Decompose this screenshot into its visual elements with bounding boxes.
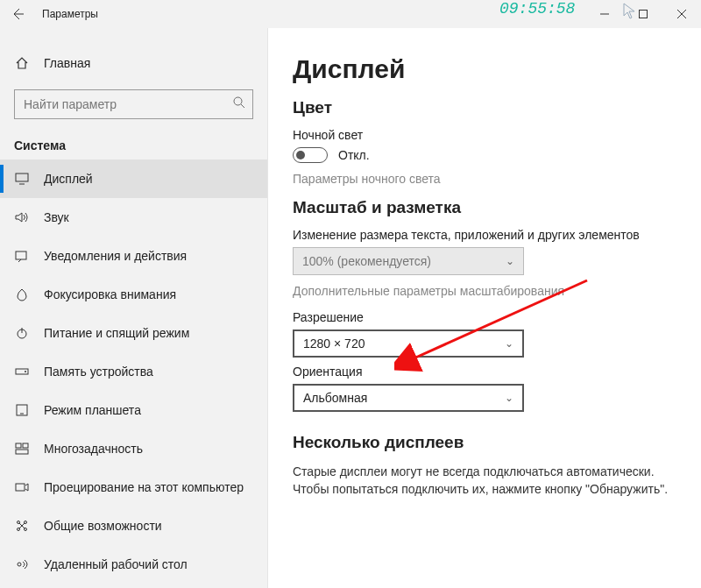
sidebar-item-notifications[interactable]: Уведомления и действия xyxy=(0,237,267,275)
back-button[interactable] xyxy=(0,0,35,28)
sidebar-item-label: Режим планшета xyxy=(44,403,141,417)
svg-rect-6 xyxy=(16,174,28,181)
sidebar-item-label: Память устройства xyxy=(44,365,153,379)
home-button[interactable]: Главная xyxy=(0,44,267,82)
close-button[interactable] xyxy=(662,0,701,28)
tablet-icon xyxy=(14,404,30,416)
storage-icon xyxy=(14,366,30,377)
focus-icon xyxy=(14,287,30,301)
home-icon xyxy=(14,56,30,70)
search-icon xyxy=(232,96,246,110)
chevron-down-icon: ⌄ xyxy=(506,255,514,267)
sidebar-item-label: Дисплей xyxy=(44,172,93,186)
svg-rect-17 xyxy=(16,450,28,454)
section-multiple-displays: Несколько дисплеев xyxy=(293,433,676,452)
power-icon xyxy=(14,326,30,340)
home-label: Главная xyxy=(44,56,90,70)
shared-icon xyxy=(14,519,30,533)
sidebar-item-remote[interactable]: Удаленный рабочий стол xyxy=(0,545,267,584)
svg-rect-1 xyxy=(640,11,648,18)
svg-point-12 xyxy=(25,371,26,372)
svg-rect-18 xyxy=(16,484,25,491)
multiple-displays-text: Старые дисплеи могут не всегда подключат… xyxy=(293,463,676,499)
sidebar-item-multitask[interactable]: Многозадачность xyxy=(0,429,267,468)
sidebar-item-label: Удаленный рабочий стол xyxy=(44,557,188,571)
maximize-icon xyxy=(639,10,648,18)
arrow-left-icon xyxy=(11,7,25,21)
maximize-button[interactable] xyxy=(624,0,662,28)
clock-overlay: 09:55:58 xyxy=(499,0,575,18)
sidebar-item-focus[interactable]: Фокусировка внимания xyxy=(0,275,267,314)
scale-label: Изменение размера текста, приложений и д… xyxy=(293,228,676,242)
svg-rect-8 xyxy=(16,251,26,259)
titlebar: Параметры 09:55:58 xyxy=(0,0,701,28)
night-light-state: Откл. xyxy=(338,148,370,162)
resolution-label: Разрешение xyxy=(293,310,676,324)
sidebar-item-sound[interactable]: Звук xyxy=(0,198,267,237)
svg-line-5 xyxy=(241,104,244,108)
night-light-settings-link[interactable]: Параметры ночного света xyxy=(293,172,676,186)
night-light-toggle[interactable] xyxy=(293,147,328,163)
sidebar-item-shared[interactable]: Общие возможности xyxy=(0,507,267,545)
page-title: Дисплей xyxy=(293,54,676,84)
night-light-label: Ночной свет xyxy=(293,128,676,142)
search-box[interactable] xyxy=(14,89,253,119)
resolution-value: 1280 × 720 xyxy=(303,337,365,351)
orientation-value: Альбомная xyxy=(303,391,367,405)
sidebar-item-display[interactable]: Дисплей xyxy=(0,159,267,198)
orientation-label: Ориентация xyxy=(293,365,676,379)
sidebar-item-label: Фокусировка внимания xyxy=(44,287,176,301)
section-color: Цвет xyxy=(293,98,676,117)
multitask-icon xyxy=(14,443,30,455)
svg-rect-16 xyxy=(23,443,28,448)
sidebar-item-label: Звук xyxy=(44,210,69,224)
scale-dropdown[interactable]: 100% (рекомендуется) ⌄ xyxy=(293,247,524,275)
sidebar-item-label: Многозадачность xyxy=(44,442,143,456)
notifications-icon xyxy=(14,250,30,262)
group-header: Система xyxy=(0,128,267,159)
window-controls xyxy=(585,0,701,28)
remote-icon xyxy=(14,557,30,571)
projecting-icon xyxy=(14,481,30,493)
close-icon xyxy=(677,10,686,18)
sound-icon xyxy=(14,211,30,223)
scale-value: 100% (рекомендуется) xyxy=(302,254,431,268)
sidebar-item-label: Общие возможности xyxy=(44,519,162,533)
section-scale: Масштаб и разметка xyxy=(293,198,676,217)
chevron-down-icon: ⌄ xyxy=(505,392,513,404)
advanced-scaling-link[interactable]: Дополнительные параметры масштабирования xyxy=(293,284,676,298)
sidebar-item-label: Питание и спящий режим xyxy=(44,326,189,340)
window-title: Параметры xyxy=(42,8,98,20)
chevron-down-icon: ⌄ xyxy=(505,337,513,350)
search-input[interactable] xyxy=(14,89,253,119)
minimize-icon xyxy=(600,10,609,18)
resolution-dropdown[interactable]: 1280 × 720 ⌄ xyxy=(293,329,524,358)
sidebar-item-projecting[interactable]: Проецирование на этот компьютер xyxy=(0,468,267,507)
minimize-button[interactable] xyxy=(585,0,624,28)
svg-point-4 xyxy=(234,97,242,105)
sidebar-item-power[interactable]: Питание и спящий режим xyxy=(0,314,267,352)
svg-rect-15 xyxy=(16,443,21,448)
sidebar-item-label: Уведомления и действия xyxy=(44,249,187,263)
sidebar-item-storage[interactable]: Память устройства xyxy=(0,352,267,391)
display-icon xyxy=(14,173,30,185)
sidebar: Главная Система Дисплей Звук Уведомления… xyxy=(0,28,268,588)
orientation-dropdown[interactable]: Альбомная ⌄ xyxy=(293,384,524,412)
content-pane: Дисплей Цвет Ночной свет Откл. Параметры… xyxy=(268,28,701,588)
sidebar-item-label: Проецирование на этот компьютер xyxy=(44,480,244,494)
svg-point-23 xyxy=(18,563,21,566)
sidebar-item-tablet[interactable]: Режим планшета xyxy=(0,391,267,429)
